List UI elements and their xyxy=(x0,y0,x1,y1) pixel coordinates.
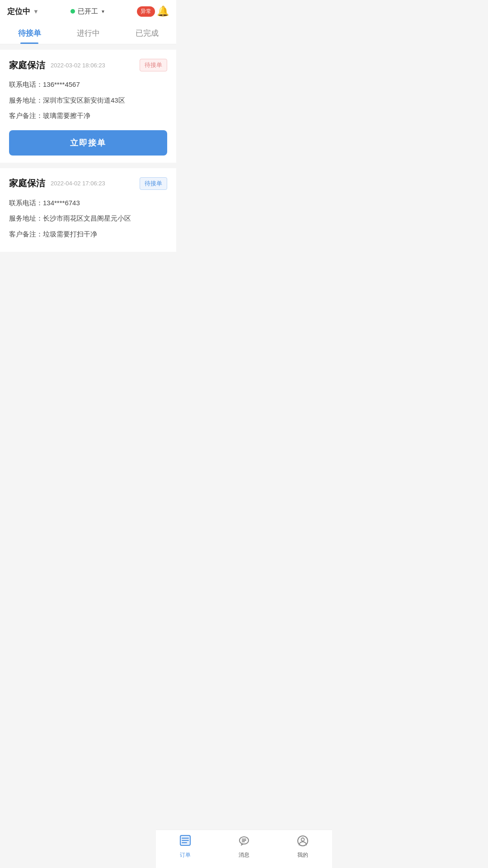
remark-label-1: 客户备注： xyxy=(9,111,43,121)
status-dot xyxy=(70,9,75,14)
order-title-2: 家庭保洁 xyxy=(9,177,45,189)
phone-value-1: 136****4567 xyxy=(43,80,167,90)
phone-label-1: 联系电话： xyxy=(9,80,43,90)
address-value-1: 深圳市宝安区新安街道43区 xyxy=(43,95,167,106)
address-label-2: 服务地址： xyxy=(9,213,43,224)
abnormal-badge[interactable]: 异常 xyxy=(137,6,155,17)
location-text: 定位中 xyxy=(7,6,30,17)
status-badge-1: 待接单 xyxy=(140,59,167,71)
order-card-2: 家庭保洁 2022-04-02 17:06:23 待接单 联系电话： 134**… xyxy=(0,168,176,252)
chevron-down-icon: ▼ xyxy=(33,8,39,15)
status-area: 已开工 ▼ xyxy=(70,7,105,16)
order-time-1: 2022-03-02 18:06:23 xyxy=(51,62,105,69)
order-phone-row-2: 联系电话： 134****6743 xyxy=(9,198,167,208)
address-label-1: 服务地址： xyxy=(9,95,43,106)
order-card-1: 家庭保洁 2022-03-02 18:06:23 待接单 联系电话： 136**… xyxy=(0,50,176,163)
order-title-1: 家庭保洁 xyxy=(9,59,45,71)
location-area[interactable]: 定位中 ▼ xyxy=(7,6,39,17)
top-bar: 定位中 ▼ 已开工 ▼ 异常 🔔 xyxy=(0,0,176,21)
status-text: 已开工 xyxy=(78,7,98,16)
order-phone-row-1: 联系电话： 136****4567 xyxy=(9,80,167,90)
bell-icon[interactable]: 🔔 xyxy=(157,5,169,17)
tab-bar: 待接单 进行中 已完成 xyxy=(0,21,176,44)
right-icons-group: 异常 🔔 xyxy=(137,5,169,17)
status-badge-2: 待接单 xyxy=(140,177,167,190)
order-title-group-2: 家庭保洁 2022-04-02 17:06:23 xyxy=(9,177,105,189)
phone-label-2: 联系电话： xyxy=(9,198,43,208)
remark-value-2: 垃圾需要打扫干净 xyxy=(43,229,167,240)
address-value-2: 长沙市雨花区文昌阁星元小区 xyxy=(43,213,167,224)
remark-label-2: 客户备注： xyxy=(9,229,43,240)
order-time-2: 2022-04-02 17:06:23 xyxy=(51,180,105,187)
tab-inprogress[interactable]: 进行中 xyxy=(59,21,117,44)
tab-pending[interactable]: 待接单 xyxy=(0,21,59,44)
order-header-1: 家庭保洁 2022-03-02 18:06:23 待接单 xyxy=(9,59,167,71)
remark-value-1: 玻璃需要擦干净 xyxy=(43,111,167,121)
order-title-group-1: 家庭保洁 2022-03-02 18:06:23 xyxy=(9,59,105,71)
tab-completed[interactable]: 已完成 xyxy=(117,21,176,44)
order-address-row-1: 服务地址： 深圳市宝安区新安街道43区 xyxy=(9,95,167,106)
order-header-2: 家庭保洁 2022-04-02 17:06:23 待接单 xyxy=(9,177,167,190)
order-remark-row-2: 客户备注： 垃圾需要打扫干净 xyxy=(9,229,167,240)
order-address-row-2: 服务地址： 长沙市雨花区文昌阁星元小区 xyxy=(9,213,167,224)
status-dropdown-icon[interactable]: ▼ xyxy=(101,9,105,14)
phone-value-2: 134****6743 xyxy=(43,198,167,208)
order-remark-row-1: 客户备注： 玻璃需要擦干净 xyxy=(9,111,167,121)
accept-button-1[interactable]: 立即接单 xyxy=(9,130,167,156)
